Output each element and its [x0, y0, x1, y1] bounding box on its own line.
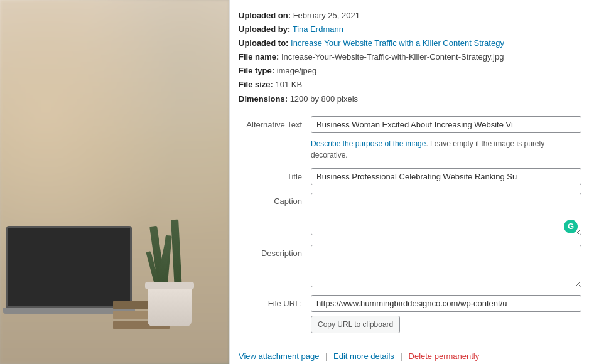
alt-text-row: Alternative Text Describe the purpose of… [239, 116, 581, 161]
file-size-label: File size: [239, 80, 273, 89]
file-url-input[interactable] [311, 295, 581, 312]
delete-permanently-link[interactable]: Delete permanently [409, 351, 480, 361]
uploaded-on-label: Uploaded on: [239, 11, 291, 20]
file-size-row: File size: 101 KB [239, 78, 581, 92]
edit-form: Alternative Text Describe the purpose of… [239, 116, 581, 341]
uploaded-by-link[interactable]: Tina Erdmann [293, 24, 343, 34]
file-url-label: File URL: [239, 295, 311, 308]
dimensions-label: Dimensions: [239, 94, 288, 104]
file-type-value: image/jpeg [277, 66, 317, 75]
file-metadata: Uploaded on: February 25, 2021 Uploaded … [239, 9, 581, 106]
description-label: Description [239, 245, 311, 258]
dimensions-row: Dimensions: 1200 by 800 pixels [239, 92, 581, 106]
file-type-label: File type: [239, 66, 274, 75]
view-attachment-link[interactable]: View attachment page [239, 351, 319, 361]
copy-url-button[interactable]: Copy URL to clipboard [311, 316, 400, 334]
uploaded-by-label: Uploaded by: [239, 24, 290, 34]
alt-text-note: Describe the purpose of the image. Leave… [311, 138, 581, 161]
dimensions-value: 1200 by 800 pixels [290, 94, 358, 104]
separator-1: | [325, 351, 327, 361]
image-preview [0, 0, 229, 364]
alt-text-input[interactable] [311, 116, 581, 133]
caption-row: Caption G [239, 193, 581, 237]
caption-input[interactable] [311, 193, 581, 235]
uploaded-on-value: February 25, 2021 [293, 11, 360, 20]
file-name-row: File name: Increase-Your-Website-Traffic… [239, 50, 581, 64]
separator-2: | [401, 351, 402, 361]
uploaded-to-row: Uploaded to: Increase Your Website Traff… [239, 36, 581, 50]
file-size-value: 101 KB [276, 80, 303, 89]
alt-text-note-link[interactable]: Describe the purpose of the image [311, 139, 426, 148]
caption-label: Caption [239, 193, 311, 206]
uploaded-to-link[interactable]: Increase Your Website Traffic with a Kil… [291, 38, 504, 48]
footer-links: View attachment page | Edit more details… [239, 346, 581, 361]
title-row: Title [239, 168, 581, 185]
description-row: Description [239, 245, 581, 287]
file-name-value: Increase-Your-Website-Traffic-with-Kille… [281, 52, 504, 62]
alt-text-label: Alternative Text [239, 116, 311, 129]
uploaded-to-label: Uploaded to: [239, 38, 288, 48]
description-input[interactable] [311, 245, 581, 287]
url-wrapper: Copy URL to clipboard [311, 295, 581, 334]
file-type-row: File type: image/jpeg [239, 64, 581, 78]
title-input[interactable] [311, 168, 581, 185]
grammarly-icon[interactable]: G [564, 220, 578, 233]
file-name-label: File name: [239, 52, 279, 62]
uploaded-by-row: Uploaded by: Tina Erdmann [239, 23, 581, 36]
file-url-row: File URL: Copy URL to clipboard [239, 295, 581, 334]
title-label: Title [239, 168, 311, 181]
details-panel: Uploaded on: February 25, 2021 Uploaded … [229, 0, 594, 364]
plant-decoration [148, 286, 192, 326]
edit-details-link[interactable]: Edit more details [333, 351, 394, 361]
uploaded-on-row: Uploaded on: February 25, 2021 [239, 9, 581, 23]
